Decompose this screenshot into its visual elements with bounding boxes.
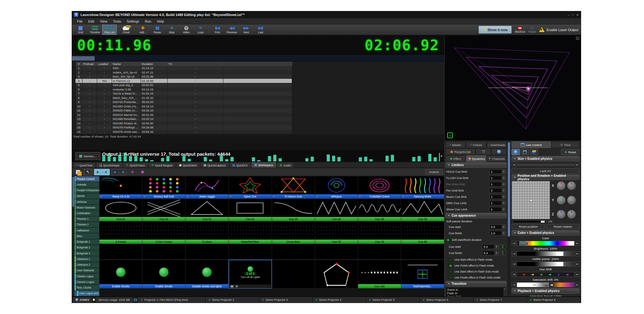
cue-cell-r3c2[interactable]: ▪Cross Cones [142,221,186,244]
tab-quickshape[interactable]: QuickShape [96,162,123,168]
spinner-cue-start[interactable]: 0.0▲▼ [489,225,506,229]
tab-pangoscript[interactable]: ▣ PangoScript [446,149,475,155]
brightness-slider[interactable]: |◀▶| [512,251,580,256]
playback-section-header[interactable]: ▼Playback + Enabled physics [512,288,580,294]
toolbar-add[interactable]: ✚Add... [136,24,150,35]
reset-position-button[interactable]: Reset position [512,224,545,229]
sidebar-item-bckgrnds-1[interactable]: Bckgrnds 1 [75,239,100,245]
cue-cell-r3c6[interactable]: ▪Cue 70 [315,221,358,244]
pause-output-button[interactable]: ▮▮ Pause [528,26,536,33]
playlist-row[interactable]: 14--004189 Pirates of...02:00.80- [75,121,292,126]
projector-status-6[interactable]: ✓Demo Projector 6 [420,297,472,302]
cue-cell-r1c2[interactable]: ∞Bouncy Ball Grid [142,176,186,199]
cue-cell-r4c6[interactable] [315,244,358,260]
cue-cell-r3c7[interactable]: ▪Cue 75 [358,221,401,244]
playlist-row[interactable]: 4-YesIn Flames-v202:18.88- [75,79,292,83]
color-slider[interactable]: |◀ Norm ▶| [512,241,580,246]
column-header-duration[interactable]: Duration [141,62,168,66]
knob-x-rotation[interactable] [567,181,576,190]
cue-appearance-header[interactable]: ▼Cue appearance [446,213,507,218]
sidebar-item-people-characters[interactable]: People+Characters [75,187,100,193]
projector-status-8[interactable]: ✓Demo Projector 8 [527,297,580,302]
cue-cell-r2c6[interactable]: ▪Cue 30 [315,199,358,221]
menu-run[interactable]: Run [142,19,154,24]
menu-edit[interactable]: Edit [86,19,97,24]
tab-audio[interactable]: ≣Audio [277,162,294,168]
cue-cell-r4c7[interactable] [358,244,401,260]
size-section-header[interactable]: ▼Size + Enabled physics [512,156,580,161]
cue-cell-r2c2[interactable]: ▪Cue 01 [142,199,186,221]
playlist-row[interactable]: 8--black_fairy_4ch_...01:45.32- [75,96,292,100]
playlist-row[interactable]: 7--You're a Mean O...01:53.16- [75,91,292,96]
playlist-row[interactable]: 10--001483 Grids (As...03:19.16- [75,104,292,109]
toolbar-loop[interactable]: ↻Loop [193,24,208,35]
checkbox-use-finish-effect-in-flash-mode[interactable]: ✕Use Finish effect in Flash mode [446,263,507,268]
checkbox-soft-start-finish-duration[interactable]: ✕Soft start/finish duration [446,237,507,243]
spinner-beam-cue-limit[interactable]: 1▲▼ [489,194,506,199]
sidebar-item-user-abstracts[interactable]: User Abstracts [75,268,100,273]
tab-master[interactable]: ▪Master [446,142,465,148]
live-mode-layers-button[interactable] [530,149,538,155]
spinner-cue-finish[interactable]: 1.0▲▼ [489,231,506,236]
effect-button[interactable]: Σ [500,251,506,255]
menu-tools[interactable]: Tools [110,19,124,24]
sidebar-item-halloween[interactable]: Halloween [75,228,100,233]
toolbar-cloud[interactable]: betaCloud [119,24,133,35]
sidebar-item-sports[interactable]: Sports [75,193,100,199]
menu-help[interactable]: Help [154,19,167,24]
column-header-tc[interactable]: TC [168,62,224,66]
spinner-per-grid-limit[interactable]: 3▲▼ [489,188,506,193]
cue-cell-r3c1[interactable]: ▪4 Cones [99,221,142,244]
close-icon[interactable]: ✕ [576,13,579,17]
undock-button[interactable]: Undock [425,169,442,175]
preview-grid-icon[interactable] [576,36,579,40]
playlist-row[interactable]: 1--intro01:14.12- [75,66,292,70]
menu-file[interactable]: File [75,19,85,24]
cue-cell-r5c1[interactable]: ▪Enable Smoke [99,260,142,289]
sidebar-item-text-clocks[interactable]: Text, Clocks [75,285,100,290]
limiters-header[interactable]: ▼Limiters [446,162,507,168]
column-header-loaded[interactable]: Loaded [97,62,112,66]
spinner-cue-start[interactable]: 0.2▲▼ [482,244,499,249]
tab-quickfx[interactable]: ▦QuickFX [229,162,251,168]
cue-cell-r4c4[interactable] [229,244,272,260]
menu-settings[interactable]: Settings [124,19,142,24]
knob-x-position[interactable] [557,181,565,190]
cue-cell-r1c7[interactable]: ∞Forbidden Donut [358,176,401,199]
visible-points-slider[interactable]: |◀▶| [512,262,580,267]
sidebar-item-abstracts-2[interactable]: Abstracts 2 [75,262,100,268]
blackout-button[interactable]: Blackout [515,26,525,33]
sidebar-item-bckgrnds-2[interactable]: Bckgrnds 2 [75,245,100,251]
enable-laser-output-button[interactable]: Enable Laser Output [539,27,578,32]
tab-quickdmx[interactable]: QuickDMX [176,162,200,168]
toolbar-video[interactable]: Video [179,24,193,35]
column-header-[interactable]: # [75,62,82,66]
mini-stop-icon[interactable]: ■ [235,285,238,288]
display-icon[interactable] [134,299,137,301]
sidebar-item-celebration[interactable]: Celebration [75,210,100,216]
playback-progress-bar[interactable] [72,55,444,62]
tab-quicktargets[interactable]: ΨQuickTargets [148,162,176,168]
effect-spider-icon[interactable]: ✱ [138,169,147,175]
cue-cell-r1c6[interactable]: ∞Whirpool [315,176,358,199]
paste-icon[interactable] [74,169,82,175]
toolbar-first[interactable]: ▮◀First [210,24,225,35]
cue-cell-r2c7[interactable]: ▪Cue 30 [358,199,401,221]
tab-downloads[interactable]: ↓Downloads [487,142,507,148]
cue-cell-r3c5[interactable]: ▪Cross Box [272,221,315,244]
spinner-flash-cue-limit[interactable]: 1▲▼ [489,176,506,180]
projector-status-7[interactable]: ✓Demo Projector 7 [474,297,526,302]
knob-y-rotation[interactable] [567,196,576,204]
playlist-row[interactable]: 6--newyear-3-5604:12.15- [75,87,292,92]
cue-cell-r3c8[interactable]: ▪Cue 80 [401,221,444,244]
transition-mode-button[interactable]: ▶↔◀ [112,169,126,175]
saturation-slider[interactable]: |◀ ⬅➔ ▶| [512,282,580,287]
tab-quicktrace[interactable]: ✎QuickTrace [123,162,148,168]
slider-min-icon[interactable]: |◀ [512,162,516,167]
playlist-row[interactable]: 3--burn_3ch_5p-v203:31.96- [75,74,292,79]
cue-cell-r4c3[interactable] [186,244,229,260]
slider-max-icon[interactable]: ▶| [575,162,580,167]
column-header-preload[interactable]: Preload [82,62,97,66]
panel-scrollbar[interactable] [508,141,510,296]
toolbar-last[interactable]: ▶▮Last [253,24,268,35]
